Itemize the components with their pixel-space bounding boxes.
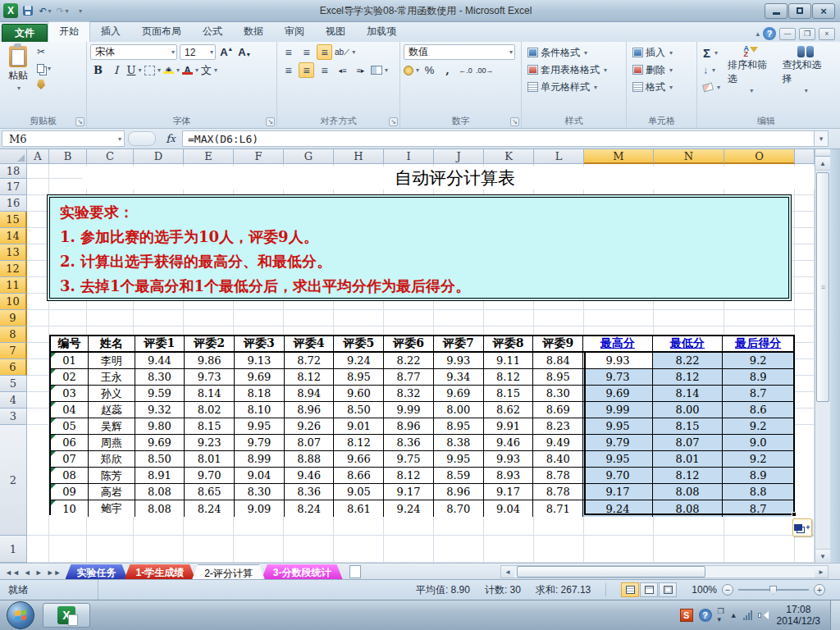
cell-value[interactable]: 9.70 xyxy=(583,468,653,484)
scroll-right-icon[interactable]: ► xyxy=(815,566,828,578)
font-size-combo[interactable]: 12▾ xyxy=(180,44,216,60)
row-header-6[interactable]: 6 xyxy=(0,359,27,376)
clipboard-dialog-launcher[interactable]: ↘ xyxy=(75,117,84,126)
underline-button[interactable]: U▾ xyxy=(126,62,142,78)
cell-value[interactable]: 9.59 xyxy=(135,386,185,402)
cell-value[interactable]: 8.36 xyxy=(384,435,434,451)
cell-value[interactable]: 8.24 xyxy=(185,500,235,517)
excel-app-icon[interactable]: X xyxy=(3,3,18,18)
scroll-down-icon[interactable]: ▼ xyxy=(815,549,830,563)
format-painter-button[interactable] xyxy=(34,77,53,92)
table-header-评委8[interactable]: 评委8 xyxy=(484,336,534,353)
cell-G1[interactable] xyxy=(284,536,334,563)
cell-value[interactable]: 8.96 xyxy=(285,402,335,418)
cell-value[interactable]: 8.40 xyxy=(533,451,583,468)
cell-value[interactable]: 04 xyxy=(51,402,89,418)
autosum-button[interactable]: Σ▾ xyxy=(701,45,723,62)
table-header-最高分[interactable]: 最高分 xyxy=(583,336,653,353)
cell-value[interactable]: 8.14 xyxy=(185,386,235,402)
cell-value[interactable]: 9.93 xyxy=(434,353,484,369)
row-header-15[interactable]: 15 xyxy=(0,212,27,228)
cell-value[interactable]: 9.93 xyxy=(484,451,534,468)
cell-value[interactable]: 9.79 xyxy=(235,435,285,451)
grow-font-button[interactable]: A▴ xyxy=(218,44,234,60)
cell-value[interactable]: 8.24 xyxy=(285,500,335,517)
next-sheet-button[interactable]: ► xyxy=(34,568,44,578)
zoom-out-button[interactable]: − xyxy=(722,584,733,596)
align-top-button[interactable]: ≡ xyxy=(281,44,296,60)
fill-button[interactable]: ↓▾ xyxy=(701,62,723,79)
cell-value[interactable]: 8.08 xyxy=(653,484,724,500)
cell-C9[interactable] xyxy=(87,310,134,326)
cell-A2[interactable] xyxy=(27,425,49,536)
column-header-A[interactable]: A xyxy=(27,149,49,164)
row-header-9[interactable]: 9 xyxy=(0,310,27,326)
cell-value[interactable]: 8.08 xyxy=(135,484,185,500)
column-header-H[interactable]: H xyxy=(334,149,384,164)
cell-value[interactable]: 8.95 xyxy=(533,369,583,386)
cell-value[interactable]: 9.69 xyxy=(235,369,285,386)
cell-value[interactable]: 8.30 xyxy=(533,386,583,402)
cell-A5[interactable] xyxy=(27,376,49,392)
cell-value[interactable]: 8.7 xyxy=(723,500,793,517)
align-middle-button[interactable]: ≡ xyxy=(299,44,314,60)
cell-value[interactable]: 9.17 xyxy=(384,484,434,500)
cell-A15[interactable] xyxy=(27,212,49,228)
horizontal-scroll-thumb[interactable] xyxy=(517,566,705,578)
ribbon-tab-视图[interactable]: 视图 xyxy=(315,22,356,42)
column-header-O[interactable]: O xyxy=(724,149,795,164)
minimize-ribbon-icon[interactable]: ▴ xyxy=(756,30,760,38)
insert-function-button[interactable]: fx xyxy=(159,129,182,148)
cell-I9[interactable] xyxy=(384,310,434,326)
name-box-resize-handle[interactable] xyxy=(128,131,156,146)
cell-value[interactable]: 8.23 xyxy=(533,418,583,435)
cell-I1[interactable] xyxy=(384,536,434,563)
cell-M9[interactable] xyxy=(584,310,654,326)
cell-value[interactable]: 8.14 xyxy=(653,386,724,402)
cell-value[interactable]: 8.00 xyxy=(434,402,484,418)
cell-value[interactable]: 8.12 xyxy=(285,369,335,386)
cell-value[interactable]: 9.69 xyxy=(135,435,185,451)
cell-E1[interactable] xyxy=(184,536,234,563)
cell-value[interactable]: 郑欣 xyxy=(89,451,135,468)
decrease-indent-button[interactable]: ◂≡ xyxy=(335,62,350,78)
copy-button[interactable]: ▾ xyxy=(34,61,53,75)
cell-D9[interactable] xyxy=(134,310,184,326)
sheet-tab-实验任务[interactable]: 实验任务 xyxy=(66,564,128,579)
row-header-13[interactable]: 13 xyxy=(0,244,27,261)
column-header-B[interactable]: B xyxy=(49,149,87,164)
cell-value[interactable]: 08 xyxy=(51,468,89,484)
cell-value[interactable]: 8.72 xyxy=(285,353,335,369)
cell-value[interactable]: 9.2 xyxy=(723,451,793,468)
cell-value[interactable]: 07 xyxy=(51,451,89,468)
cell-value[interactable]: 8.8 xyxy=(723,484,793,500)
row-header-16[interactable]: 16 xyxy=(0,195,27,212)
cell-value[interactable]: 09 xyxy=(51,484,89,500)
increase-decimal-button[interactable]: ←.0 xyxy=(458,62,473,78)
cell-F1[interactable] xyxy=(234,536,284,563)
cell-value[interactable]: 8.66 xyxy=(334,468,384,484)
cell-value[interactable]: 8.50 xyxy=(334,402,384,418)
cell-value[interactable]: 03 xyxy=(51,386,89,402)
cell-K9[interactable] xyxy=(484,310,534,326)
cell-H1[interactable] xyxy=(334,536,384,563)
cell-value[interactable]: 8.61 xyxy=(334,500,384,517)
help-icon[interactable]: ? xyxy=(763,27,776,40)
column-header-D[interactable]: D xyxy=(134,149,184,164)
cell-value[interactable]: 8.62 xyxy=(484,402,534,418)
cell-value[interactable]: 9.99 xyxy=(583,402,653,418)
start-button[interactable] xyxy=(7,601,34,629)
customize-qat-button[interactable]: ▾ xyxy=(72,4,87,18)
cell-value[interactable]: 9.04 xyxy=(235,468,285,484)
styles-item-单元格样式[interactable]: 单元格样式▾ xyxy=(525,79,623,95)
cell-value[interactable]: 8.01 xyxy=(185,451,235,468)
cell-value[interactable]: 周燕 xyxy=(89,435,135,451)
cell-value[interactable]: 9.0 xyxy=(723,435,793,451)
table-header-最低分[interactable]: 最低分 xyxy=(653,336,724,353)
cell-value[interactable]: 9.26 xyxy=(285,418,335,435)
cell-G9[interactable] xyxy=(284,310,334,326)
ribbon-tab-公式[interactable]: 公式 xyxy=(192,22,233,42)
cell-value[interactable]: 9.09 xyxy=(235,500,285,517)
cell-value[interactable]: 8.77 xyxy=(384,369,434,386)
ribbon-tab-页面布局[interactable]: 页面布局 xyxy=(131,22,192,42)
